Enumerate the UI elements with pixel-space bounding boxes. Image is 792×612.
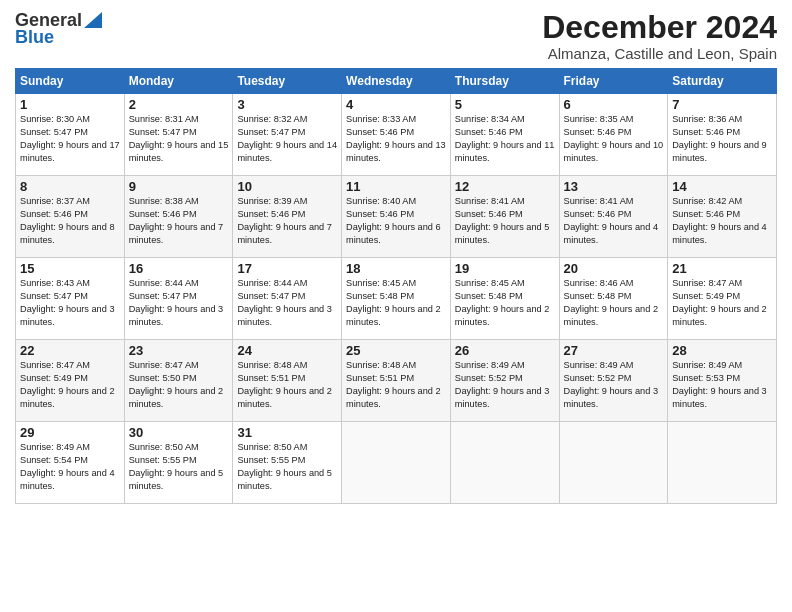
sunset-label: Sunset: 5:47 PM — [129, 291, 197, 301]
sunrise-label: Sunrise: 8:44 AM — [237, 278, 307, 288]
logo: General Blue — [15, 10, 102, 48]
table-row: 25 Sunrise: 8:48 AM Sunset: 5:51 PM Dayl… — [342, 340, 451, 422]
day-info: Sunrise: 8:49 AM Sunset: 5:53 PM Dayligh… — [672, 359, 772, 411]
day-info: Sunrise: 8:31 AM Sunset: 5:47 PM Dayligh… — [129, 113, 229, 165]
sunset-label: Sunset: 5:46 PM — [564, 127, 632, 137]
day-info: Sunrise: 8:45 AM Sunset: 5:48 PM Dayligh… — [346, 277, 446, 329]
sunset-label: Sunset: 5:47 PM — [237, 291, 305, 301]
calendar-table: Sunday Monday Tuesday Wednesday Thursday… — [15, 68, 777, 504]
day-info: Sunrise: 8:34 AM Sunset: 5:46 PM Dayligh… — [455, 113, 555, 165]
daylight-label: Daylight: 9 hours and 3 minutes. — [564, 386, 659, 409]
day-info: Sunrise: 8:41 AM Sunset: 5:46 PM Dayligh… — [455, 195, 555, 247]
table-row: 15 Sunrise: 8:43 AM Sunset: 5:47 PM Dayl… — [16, 258, 125, 340]
day-info: Sunrise: 8:48 AM Sunset: 5:51 PM Dayligh… — [346, 359, 446, 411]
col-sunday: Sunday — [16, 69, 125, 94]
sunrise-label: Sunrise: 8:40 AM — [346, 196, 416, 206]
table-row: 5 Sunrise: 8:34 AM Sunset: 5:46 PM Dayli… — [450, 94, 559, 176]
sunrise-label: Sunrise: 8:48 AM — [237, 360, 307, 370]
sunset-label: Sunset: 5:46 PM — [672, 127, 740, 137]
day-info: Sunrise: 8:47 AM Sunset: 5:50 PM Dayligh… — [129, 359, 229, 411]
col-saturday: Saturday — [668, 69, 777, 94]
sunset-label: Sunset: 5:49 PM — [672, 291, 740, 301]
calendar-week-row: 22 Sunrise: 8:47 AM Sunset: 5:49 PM Dayl… — [16, 340, 777, 422]
daylight-label: Daylight: 9 hours and 15 minutes. — [129, 140, 229, 163]
sunset-label: Sunset: 5:53 PM — [672, 373, 740, 383]
sunrise-label: Sunrise: 8:45 AM — [346, 278, 416, 288]
day-info: Sunrise: 8:43 AM Sunset: 5:47 PM Dayligh… — [20, 277, 120, 329]
day-info: Sunrise: 8:50 AM Sunset: 5:55 PM Dayligh… — [129, 441, 229, 493]
table-row: 24 Sunrise: 8:48 AM Sunset: 5:51 PM Dayl… — [233, 340, 342, 422]
sunset-label: Sunset: 5:46 PM — [455, 209, 523, 219]
table-row: 29 Sunrise: 8:49 AM Sunset: 5:54 PM Dayl… — [16, 422, 125, 504]
table-row: 19 Sunrise: 8:45 AM Sunset: 5:48 PM Dayl… — [450, 258, 559, 340]
sunrise-label: Sunrise: 8:41 AM — [564, 196, 634, 206]
calendar-week-row: 1 Sunrise: 8:30 AM Sunset: 5:47 PM Dayli… — [16, 94, 777, 176]
day-number: 13 — [564, 179, 664, 194]
table-row: 11 Sunrise: 8:40 AM Sunset: 5:46 PM Dayl… — [342, 176, 451, 258]
table-row: 17 Sunrise: 8:44 AM Sunset: 5:47 PM Dayl… — [233, 258, 342, 340]
sunrise-label: Sunrise: 8:36 AM — [672, 114, 742, 124]
day-number: 16 — [129, 261, 229, 276]
day-info: Sunrise: 8:50 AM Sunset: 5:55 PM Dayligh… — [237, 441, 337, 493]
table-row — [450, 422, 559, 504]
day-number: 6 — [564, 97, 664, 112]
col-wednesday: Wednesday — [342, 69, 451, 94]
day-number: 20 — [564, 261, 664, 276]
table-row: 3 Sunrise: 8:32 AM Sunset: 5:47 PM Dayli… — [233, 94, 342, 176]
table-row: 8 Sunrise: 8:37 AM Sunset: 5:46 PM Dayli… — [16, 176, 125, 258]
sunset-label: Sunset: 5:48 PM — [564, 291, 632, 301]
day-info: Sunrise: 8:44 AM Sunset: 5:47 PM Dayligh… — [237, 277, 337, 329]
calendar-week-row: 29 Sunrise: 8:49 AM Sunset: 5:54 PM Dayl… — [16, 422, 777, 504]
table-row: 27 Sunrise: 8:49 AM Sunset: 5:52 PM Dayl… — [559, 340, 668, 422]
sunrise-label: Sunrise: 8:50 AM — [237, 442, 307, 452]
calendar-week-row: 8 Sunrise: 8:37 AM Sunset: 5:46 PM Dayli… — [16, 176, 777, 258]
sunset-label: Sunset: 5:46 PM — [346, 127, 414, 137]
sunset-label: Sunset: 5:55 PM — [237, 455, 305, 465]
table-row: 28 Sunrise: 8:49 AM Sunset: 5:53 PM Dayl… — [668, 340, 777, 422]
day-number: 22 — [20, 343, 120, 358]
day-number: 24 — [237, 343, 337, 358]
sunrise-label: Sunrise: 8:44 AM — [129, 278, 199, 288]
day-number: 9 — [129, 179, 229, 194]
day-number: 14 — [672, 179, 772, 194]
daylight-label: Daylight: 9 hours and 2 minutes. — [20, 386, 115, 409]
day-number: 15 — [20, 261, 120, 276]
day-number: 25 — [346, 343, 446, 358]
sunrise-label: Sunrise: 8:39 AM — [237, 196, 307, 206]
svg-marker-0 — [84, 12, 102, 28]
daylight-label: Daylight: 9 hours and 2 minutes. — [346, 304, 441, 327]
day-number: 11 — [346, 179, 446, 194]
day-info: Sunrise: 8:35 AM Sunset: 5:46 PM Dayligh… — [564, 113, 664, 165]
sunset-label: Sunset: 5:46 PM — [455, 127, 523, 137]
sunset-label: Sunset: 5:54 PM — [20, 455, 88, 465]
day-number: 31 — [237, 425, 337, 440]
daylight-label: Daylight: 9 hours and 5 minutes. — [237, 468, 332, 491]
daylight-label: Daylight: 9 hours and 2 minutes. — [455, 304, 550, 327]
day-info: Sunrise: 8:39 AM Sunset: 5:46 PM Dayligh… — [237, 195, 337, 247]
sunrise-label: Sunrise: 8:50 AM — [129, 442, 199, 452]
sunrise-label: Sunrise: 8:43 AM — [20, 278, 90, 288]
daylight-label: Daylight: 9 hours and 2 minutes. — [346, 386, 441, 409]
day-info: Sunrise: 8:46 AM Sunset: 5:48 PM Dayligh… — [564, 277, 664, 329]
daylight-label: Daylight: 9 hours and 4 minutes. — [564, 222, 659, 245]
sunset-label: Sunset: 5:55 PM — [129, 455, 197, 465]
sunset-label: Sunset: 5:46 PM — [20, 209, 88, 219]
sunset-label: Sunset: 5:46 PM — [129, 209, 197, 219]
table-row: 22 Sunrise: 8:47 AM Sunset: 5:49 PM Dayl… — [16, 340, 125, 422]
sunrise-label: Sunrise: 8:35 AM — [564, 114, 634, 124]
day-number: 29 — [20, 425, 120, 440]
sunrise-label: Sunrise: 8:33 AM — [346, 114, 416, 124]
daylight-label: Daylight: 9 hours and 3 minutes. — [237, 304, 332, 327]
sunrise-label: Sunrise: 8:49 AM — [455, 360, 525, 370]
sunrise-label: Sunrise: 8:47 AM — [129, 360, 199, 370]
daylight-label: Daylight: 9 hours and 11 minutes. — [455, 140, 555, 163]
day-number: 1 — [20, 97, 120, 112]
daylight-label: Daylight: 9 hours and 2 minutes. — [672, 304, 767, 327]
table-row: 2 Sunrise: 8:31 AM Sunset: 5:47 PM Dayli… — [124, 94, 233, 176]
day-info: Sunrise: 8:41 AM Sunset: 5:46 PM Dayligh… — [564, 195, 664, 247]
day-info: Sunrise: 8:44 AM Sunset: 5:47 PM Dayligh… — [129, 277, 229, 329]
col-friday: Friday — [559, 69, 668, 94]
daylight-label: Daylight: 9 hours and 6 minutes. — [346, 222, 441, 245]
table-row: 10 Sunrise: 8:39 AM Sunset: 5:46 PM Dayl… — [233, 176, 342, 258]
daylight-label: Daylight: 9 hours and 3 minutes. — [455, 386, 550, 409]
